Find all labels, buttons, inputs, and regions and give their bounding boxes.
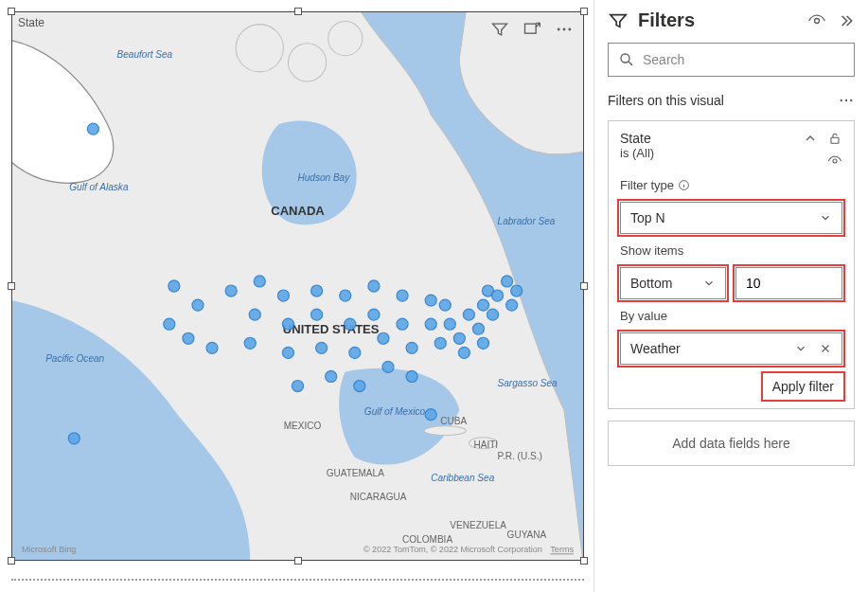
- resize-handle[interactable]: [294, 8, 302, 15]
- filter-summary: is (All): [620, 146, 654, 160]
- show-items-count-input[interactable]: [735, 267, 842, 299]
- pane-divider: [11, 579, 584, 581]
- filter-type-label: Filter type: [620, 178, 674, 192]
- svg-point-54: [492, 290, 504, 301]
- svg-rect-64: [831, 137, 839, 143]
- map-label-mexico: MEXICO: [284, 421, 322, 431]
- svg-point-35: [378, 332, 389, 344]
- expand-pane-icon[interactable]: [836, 11, 855, 30]
- svg-point-34: [368, 309, 380, 320]
- svg-point-60: [621, 54, 629, 63]
- svg-point-14: [183, 332, 194, 344]
- resize-handle[interactable]: [8, 8, 15, 15]
- svg-point-57: [506, 299, 518, 311]
- svg-point-37: [397, 290, 408, 301]
- svg-point-49: [463, 309, 474, 320]
- svg-point-21: [277, 290, 289, 301]
- resize-handle[interactable]: [8, 557, 15, 565]
- map-label-nicaragua: NICARAGUA: [350, 492, 407, 502]
- resize-handle[interactable]: [580, 282, 588, 290]
- by-value-label: By value: [620, 309, 842, 323]
- svg-point-6: [288, 44, 326, 81]
- section-more-icon[interactable]: [838, 92, 855, 109]
- map-label-venezuela: VENEZUELA: [450, 520, 506, 530]
- svg-point-38: [397, 318, 408, 330]
- svg-point-8: [424, 426, 466, 436]
- map-canvas[interactable]: CANADA UNITED STATES MEXICO CUBA HAITI P…: [12, 12, 583, 560]
- visual-title: State: [18, 16, 44, 29]
- svg-point-63: [850, 99, 852, 101]
- svg-point-44: [434, 337, 446, 349]
- sea-label-gulf-mexico: Gulf of Mexico: [364, 406, 426, 417]
- svg-point-46: [444, 318, 455, 330]
- svg-point-2: [563, 28, 566, 31]
- svg-rect-0: [525, 24, 537, 33]
- svg-point-1: [558, 28, 560, 31]
- svg-point-47: [453, 332, 465, 344]
- resize-handle[interactable]: [580, 557, 588, 565]
- svg-point-41: [425, 409, 436, 421]
- svg-point-20: [244, 337, 256, 349]
- svg-point-65: [833, 159, 837, 163]
- card-visibility-icon[interactable]: [827, 153, 842, 169]
- filter-type-select[interactable]: Top N: [620, 202, 842, 234]
- info-icon[interactable]: [678, 179, 690, 191]
- show-items-direction-select[interactable]: Bottom: [620, 267, 726, 299]
- svg-point-42: [425, 295, 436, 306]
- clear-icon[interactable]: [819, 342, 832, 355]
- svg-point-30: [345, 318, 356, 330]
- resize-handle[interactable]: [294, 557, 302, 565]
- svg-point-11: [68, 433, 80, 444]
- filters-title: Filters: [638, 9, 798, 31]
- sea-label-beaufort: Beaufort Sea: [117, 49, 173, 60]
- svg-point-61: [841, 99, 842, 101]
- resize-handle[interactable]: [580, 8, 588, 15]
- show-items-label: Show items: [620, 243, 842, 258]
- field-well[interactable]: Add data fields here: [608, 421, 855, 466]
- svg-point-62: [845, 99, 847, 101]
- search-box[interactable]: [608, 43, 855, 77]
- search-input[interactable]: [643, 52, 844, 67]
- svg-point-5: [236, 25, 283, 72]
- map-visual[interactable]: State: [11, 11, 584, 561]
- visibility-icon[interactable]: [807, 11, 826, 30]
- svg-point-55: [502, 276, 513, 287]
- map-attribution-brand: Microsoft Bing: [22, 545, 76, 554]
- sea-label-sargasso: Sargasso Sea: [498, 378, 558, 388]
- section-title: Filters on this visual: [608, 93, 724, 108]
- map-label-us: UNITED STATES: [283, 322, 380, 336]
- svg-point-45: [439, 299, 451, 311]
- focus-mode-icon[interactable]: [523, 20, 541, 39]
- apply-filter-button[interactable]: Apply filter: [764, 374, 842, 399]
- by-value-field[interactable]: Weather: [620, 332, 842, 365]
- chevron-down-icon[interactable]: [794, 342, 807, 355]
- funnel-icon: [608, 10, 629, 31]
- collapse-icon[interactable]: [803, 131, 818, 146]
- resize-handle[interactable]: [8, 282, 15, 290]
- filter-field-name: State: [620, 131, 654, 146]
- svg-point-40: [406, 370, 417, 382]
- svg-point-22: [282, 318, 293, 330]
- map-label-colombia: COLOMBIA: [402, 534, 452, 545]
- svg-point-12: [168, 280, 180, 292]
- more-options-icon[interactable]: [555, 20, 574, 39]
- svg-point-50: [472, 323, 484, 334]
- sea-label-labrador: Labrador Sea: [498, 216, 556, 226]
- svg-point-58: [477, 337, 488, 349]
- filters-pane: Filters Filters on this visual State is …: [593, 0, 868, 592]
- svg-point-43: [425, 318, 436, 330]
- svg-point-7: [328, 22, 363, 56]
- svg-point-10: [87, 123, 98, 135]
- lock-icon[interactable]: [827, 131, 842, 146]
- svg-point-56: [511, 285, 523, 296]
- map-label-canada: CANADA: [271, 204, 325, 218]
- svg-point-17: [225, 285, 237, 296]
- svg-point-25: [311, 285, 323, 296]
- svg-point-36: [382, 361, 394, 372]
- svg-point-51: [477, 299, 488, 311]
- svg-point-24: [292, 380, 303, 391]
- visual-filter-icon[interactable]: [490, 20, 509, 39]
- svg-point-53: [487, 309, 498, 320]
- search-icon: [618, 51, 635, 68]
- svg-point-16: [164, 318, 175, 330]
